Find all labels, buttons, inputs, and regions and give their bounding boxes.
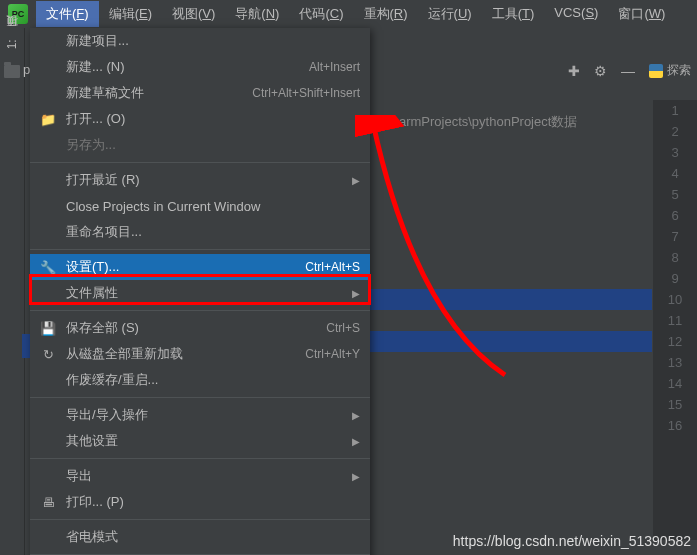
line-number: 8 [653, 247, 697, 268]
submenu-arrow-icon: ▶ [352, 175, 360, 186]
sidebar-project-tab[interactable]: 1: 项目 [0, 28, 25, 57]
menu-item-5[interactable]: 打开最近 (R)▶ [30, 167, 370, 193]
line-number: 4 [653, 163, 697, 184]
editor-toolbar: ✚ ⚙ — 探索 [568, 58, 697, 83]
menu-item-shortcut: Ctrl+Alt+Y [305, 347, 360, 361]
menubar-item-r[interactable]: 重构(R) [354, 1, 418, 27]
line-number: 6 [653, 205, 697, 226]
menubar: PC 文件(F)编辑(E)视图(V)导航(N)代码(C)重构(R)运行(U)工具… [0, 0, 697, 28]
menu-item-label: 保存全部 (S) [66, 319, 326, 337]
menu-item-15[interactable]: 导出▶ [30, 463, 370, 489]
wrench-icon: 🔧 [40, 259, 56, 275]
menubar-item-e[interactable]: 编辑(E) [99, 1, 162, 27]
folder-icon: 📁 [40, 111, 56, 127]
menu-item-shortcut: Ctrl+S [326, 321, 360, 335]
menu-item-3[interactable]: 📁打开... (O) [30, 106, 370, 132]
menu-item-shortcut: Alt+Insert [309, 60, 360, 74]
line-number: 10 [653, 289, 697, 310]
menu-item-label: 新建... (N) [66, 58, 309, 76]
line-number: 16 [653, 415, 697, 436]
menu-item-label: 设置(T)... [66, 258, 305, 276]
menu-item-4: 另存为... [30, 132, 370, 158]
line-number: 3 [653, 142, 697, 163]
line-number: 15 [653, 394, 697, 415]
menubar-item-t[interactable]: 工具(T) [482, 1, 545, 27]
watermark: https://blog.csdn.net/weixin_51390582 [453, 533, 691, 549]
menu-item-label: 其他设置 [66, 432, 344, 450]
explore-tab[interactable]: 探索 [649, 62, 691, 79]
breadcrumb[interactable]: PycharmProjects\pythonProject数据 [370, 113, 577, 131]
editor-selected-line [370, 331, 652, 352]
menu-item-9[interactable]: 文件属性▶ [30, 280, 370, 306]
save-icon: 💾 [40, 320, 56, 336]
menu-item-0[interactable]: 新建项目... [30, 28, 370, 54]
menu-item-14[interactable]: 其他设置▶ [30, 428, 370, 454]
submenu-arrow-icon: ▶ [352, 288, 360, 299]
menubar-item-u[interactable]: 运行(U) [418, 1, 482, 27]
menu-item-shortcut: Ctrl+Alt+S [305, 260, 360, 274]
print-icon: 🖶 [40, 494, 56, 510]
menu-item-8[interactable]: 🔧设置(T)...Ctrl+Alt+S [30, 254, 370, 280]
menu-item-16[interactable]: 🖶打印... (P) [30, 489, 370, 515]
add-icon[interactable]: ✚ [568, 63, 580, 79]
menu-item-label: 从磁盘全部重新加载 [66, 345, 305, 363]
line-number: 2 [653, 121, 697, 142]
line-number: 11 [653, 310, 697, 331]
menu-item-13[interactable]: 导出/导入操作▶ [30, 402, 370, 428]
menu-item-2[interactable]: 新建草稿文件Ctrl+Alt+Shift+Insert [30, 80, 370, 106]
menu-item-label: 省电模式 [66, 528, 360, 546]
explore-tab-label: 探索 [667, 62, 691, 79]
editor-current-line [370, 289, 652, 310]
left-sidebar: 1: 项目 [0, 28, 25, 555]
menu-item-11[interactable]: ↻从磁盘全部重新加载Ctrl+Alt+Y [30, 341, 370, 367]
menu-item-label: 新建项目... [66, 32, 360, 50]
menu-item-label: 打印... (P) [66, 493, 360, 511]
line-gutter: 12345678910111213141516 [652, 100, 697, 540]
menu-item-label: 重命名项目... [66, 223, 360, 241]
menu-item-7[interactable]: 重命名项目... [30, 219, 370, 245]
menu-item-label: 作废缓存/重启... [66, 371, 360, 389]
menu-item-label: 新建草稿文件 [66, 84, 252, 102]
minimize-icon[interactable]: — [621, 63, 635, 79]
menu-item-12[interactable]: 作废缓存/重启... [30, 367, 370, 393]
menu-item-label: Close Projects in Current Window [66, 199, 360, 214]
file-menu-dropdown: 新建项目...新建... (N)Alt+Insert新建草稿文件Ctrl+Alt… [30, 28, 370, 555]
menu-item-label: 导出/导入操作 [66, 406, 344, 424]
arrow-annotation [355, 115, 555, 395]
line-number: 14 [653, 373, 697, 394]
gear-icon[interactable]: ⚙ [594, 63, 607, 79]
python-icon [649, 64, 663, 78]
app-icon: PC [8, 4, 28, 24]
folder-icon [4, 65, 20, 78]
menubar-item-s[interactable]: VCS(S) [544, 1, 608, 27]
reload-icon: ↻ [40, 346, 56, 362]
menu-item-17[interactable]: 省电模式 [30, 524, 370, 550]
menu-item-label: 文件属性 [66, 284, 344, 302]
menu-item-label: 打开... (O) [66, 110, 360, 128]
submenu-arrow-icon: ▶ [352, 471, 360, 482]
menu-item-shortcut: Ctrl+Alt+Shift+Insert [252, 86, 360, 100]
menu-item-label: 导出 [66, 467, 344, 485]
menu-item-10[interactable]: 💾保存全部 (S)Ctrl+S [30, 315, 370, 341]
line-number: 9 [653, 268, 697, 289]
menubar-item-v[interactable]: 视图(V) [162, 1, 225, 27]
menubar-item-w[interactable]: 窗口(W) [608, 1, 675, 27]
line-number: 7 [653, 226, 697, 247]
menu-item-1[interactable]: 新建... (N)Alt+Insert [30, 54, 370, 80]
line-number: 5 [653, 184, 697, 205]
menubar-item-c[interactable]: 代码(C) [289, 1, 353, 27]
submenu-arrow-icon: ▶ [352, 436, 360, 447]
menubar-item-n[interactable]: 导航(N) [225, 1, 289, 27]
line-number: 1 [653, 100, 697, 121]
line-number: 12 [653, 331, 697, 352]
menu-item-6[interactable]: Close Projects in Current Window [30, 193, 370, 219]
submenu-arrow-icon: ▶ [352, 410, 360, 421]
menu-item-label: 打开最近 (R) [66, 171, 344, 189]
menubar-item-f[interactable]: 文件(F) [36, 1, 99, 27]
line-number: 13 [653, 352, 697, 373]
menu-item-label: 另存为... [66, 136, 360, 154]
